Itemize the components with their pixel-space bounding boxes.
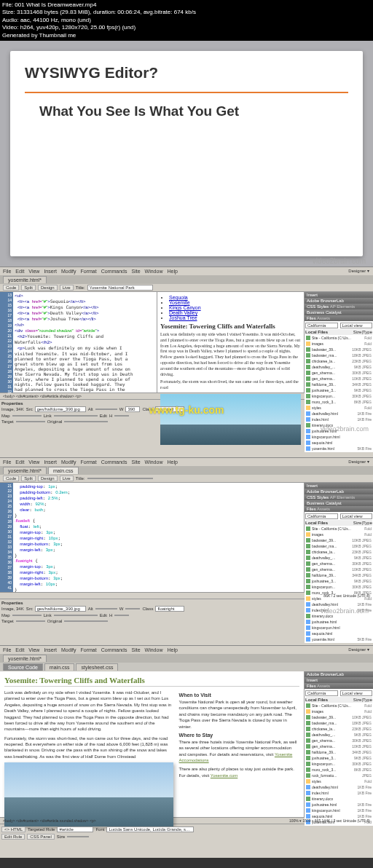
when-p: Yosemite National Park is open all year … [179,699,299,730]
view-design[interactable]: Design [38,285,58,291]
file-tree[interactable]: Site - California (C:\Us...FoldimagesFol… [305,335,372,451]
tab-maincss[interactable]: main.css [48,467,79,474]
slide-divider [25,92,348,93]
view-code[interactable]: Code [3,285,19,291]
dreamweaver-window-3: FileEditViewInsertModifyFormatCommandsSi… [0,645,373,858]
html-mode[interactable]: <> HTML [1,826,25,832]
workspace-switcher[interactable]: Designer ▾ [346,458,372,465]
title-input[interactable] [87,478,153,479]
live-preview[interactable]: Sequoia Yosemite Kings Canyon Death Vall… [157,292,304,392]
title-input[interactable]: Yosemite National Park [87,285,153,291]
meta-gen: Generated by Thumbnail me [2,32,371,39]
document-tabs: yosemite.html* [0,275,373,284]
article-p2: Fortunately, the storm was short-lived, … [160,379,301,391]
brand-label: video2brain.com [321,607,369,615]
edit-rule-btn[interactable]: Edit Rule [1,834,25,840]
where-p1: There are three hotels inside Yosemite N… [179,739,299,764]
prop-w[interactable]: 390 [125,406,140,412]
file-tree[interactable]: Site - California (C:\Us...FoldimagesFol… [305,526,372,642]
subtab-maincss[interactable]: main.css [44,663,75,671]
workspace-switcher[interactable]: Designer ▾ [346,267,372,274]
side-panels: Insert Adobe BrowserLab CSS Styles AP El… [304,483,373,592]
site-select[interactable]: California [305,323,338,328]
prop-map[interactable] [12,415,42,417]
css-editor[interactable]: padding-top: 1px; padding-bottom: 0.2em;… [13,483,304,592]
view-live[interactable]: Live [60,285,74,291]
tab-yosemite[interactable]: yosemite.html* [3,467,47,474]
slide-text: What You See Is What You Get [39,103,348,119]
menu-insert[interactable]: Insert [44,269,57,274]
prop-src[interactable]: ges/halfdome_390.jpg [35,406,86,412]
view-select[interactable]: Local view [340,323,373,328]
side-panels: Insert Adobe BrowserLab CSS Styles AP El… [304,292,373,392]
nav-deathvalley[interactable]: Death Valley [169,310,197,315]
article-p2: Fortunately, the storm was short-lived, … [4,735,173,760]
prop-image: Image, 34K [1,407,24,411]
meta-audio: Audio: aac, 44100 Hz, mono (und) [2,17,371,24]
article-p1: Luck was definitely on my side when I vi… [4,690,173,733]
menu-site[interactable]: Site [132,269,141,274]
css-panel: CSS Styles AP Elements [305,304,373,309]
halfdome-image [160,394,301,445]
tab-yosemite[interactable]: yosemite.html* [3,276,47,283]
meta-file: File: 001 What Is Dreamweaver.mp4 [2,1,371,9]
video-metadata: File: 001 What Is Dreamweaver.mp4 Size: … [0,0,373,41]
prop-h[interactable] [114,415,129,417]
dreamweaver-window-2: FileEditViewInsertModifyFormatCommandsSi… [0,457,373,645]
where-heading: Where to Stay [179,733,299,738]
watermark: www.tg-ku.com [149,404,224,416]
side-panels: Adobe BrowserLab Insert Files Assets Cal… [304,671,373,817]
article-p1: Luck was definitely on my side when I vi… [160,332,301,377]
dreamweaver-window-1: File Edit View Insert Modify Format Comm… [0,267,373,457]
file-tree[interactable]: Site - California (C:\Us...FoldimagesFol… [305,703,372,825]
nav-yosemite[interactable]: Yosemite [169,300,190,305]
prop-original[interactable] [64,421,108,422]
menu-edit[interactable]: Edit [15,269,24,274]
menu-format[interactable]: Format [81,269,97,274]
files-panel: Files Assets [305,315,373,321]
prop-link[interactable] [54,415,98,417]
brand-label: video2brain.com [313,257,366,265]
line-gutter: 2122232425262728293031323334353637383940… [0,483,13,592]
view-split[interactable]: Split [21,285,36,291]
prop-alt[interactable] [95,409,117,410]
nav-kingscanyon[interactable]: Kings Canyon [169,305,201,310]
meta-size: Size: 31331468 bytes (29.83 MiB), durati… [2,9,371,16]
browserlab-panel[interactable]: Adobe BrowserLab [305,298,373,304]
slide-card: WYSIWYG Editor? What You See Is What You… [10,51,363,256]
when-heading: When to Visit [179,693,299,698]
nav-sequoia[interactable]: Sequoia [169,295,188,300]
menu-modify[interactable]: Modify [61,269,76,274]
menu-window[interactable]: Window [145,269,163,274]
brand-label: video2brain.com [321,425,369,433]
view-toolbar: Code Split Design Live Title: Yosemite N… [0,284,373,292]
insert-panel[interactable]: Insert [305,292,373,298]
line-gutter: 1314151617181920212223242526272829303132 [0,292,13,392]
slide-title: WYSIWYG Editor? [25,64,348,82]
meta-video: Video: h264, yuv420p, 1280x720, 25.00 fp… [2,24,371,31]
subtab-stylesheet[interactable]: stylesheet.css [76,663,118,671]
subtab-source[interactable]: Source Code [3,663,43,671]
presentation-slide: WYSIWYG Editor? What You See Is What You… [0,41,373,267]
article-heading: Yosemite: Towering Cliffs and Waterfalls [4,676,299,687]
menu-file[interactable]: File [3,269,11,274]
menubar: FileEditViewInsertModifyFormatCommandsSi… [0,458,373,466]
prop-target[interactable] [16,421,45,422]
menubar: File Edit View Insert Modify Format Comm… [0,267,373,275]
where-p2: There are also plenty of places to stay … [179,766,299,778]
yosemite-link[interactable]: Yosemite.com [211,773,237,778]
tag-crumbs[interactable]: <body> <div#content> <div#article.rounde… [3,818,96,823]
design-view[interactable]: Yosemite: Towering Cliffs and Waterfalls… [0,671,304,817]
article-heading: Yosemite: Towering Cliffs and Waterfalls [160,323,301,330]
code-editor[interactable]: <ul> <li><a href="#">Sequoia</a></li> <l… [13,292,157,392]
title-label: Title: [76,285,85,290]
menu-view[interactable]: View [28,269,39,274]
menu-commands[interactable]: Commands [101,269,127,274]
nav-joshuatree[interactable]: Joshua Tree [169,315,197,320]
css-panel-btn[interactable]: CSS Panel [27,834,54,840]
bc-panel[interactable]: Business Catalyst [305,309,373,315]
menu-help[interactable]: Help [167,269,177,274]
halfdome-image [4,762,173,826]
